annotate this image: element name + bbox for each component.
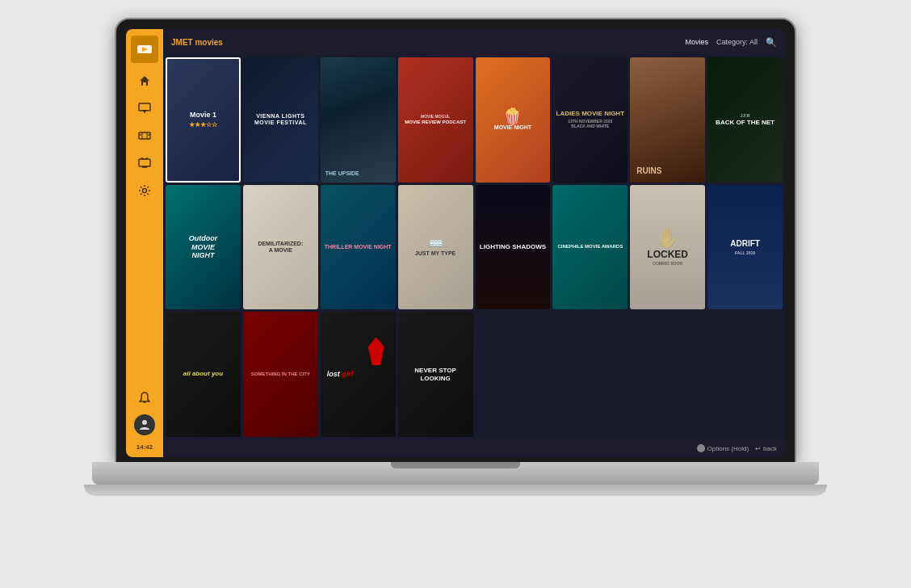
movie-card-adrift[interactable]: ADRIFT FALL 2019 [707,185,783,310]
movie-title: Movie 1 [190,111,216,120]
movie-card-movie1[interactable]: Movie 1 ★★★☆☆ [166,57,241,183]
movie-card-thriller[interactable]: THRILLER MOVIE NIGHT [321,185,396,310]
monitor-icon [138,103,151,114]
movie-title: MOVIE NIGHT [494,124,531,131]
header: JMET movies Movies Category: All 🔍 [163,29,785,55]
movie-card-ladies[interactable]: LADIES MOVIE NIGHT 13TH NOVEMBER 2020 BL… [552,57,628,183]
movie-card-demil[interactable]: DEMILITARIZED: A MOVIE [243,185,318,310]
movie-title: DEMILITARIZED: [258,241,303,247]
movie-title: LOCKED [647,250,688,260]
movie-card-justtype[interactable]: ⌨️ JUST MY TYPE [398,185,473,310]
movie-card-vienna[interactable]: VIENNA LIGHTS MOVIE FESTIVAL [243,57,318,183]
main-content: JMET movies Movies Category: All 🔍 Movi [163,29,785,457]
movie-card-something[interactable]: SOMETHING IN THE CITY [243,312,318,437]
movie-subtitle: BLACK AND WHITE [571,124,609,129]
header-title: JMET movies [171,38,223,47]
movie-title: all about you [183,370,223,378]
movie-card-outdoor[interactable]: Outdoor MOVIE NIGHT [166,185,241,310]
movie-title: ADRIFT [730,239,760,249]
movie-title: THE UPSIDE [325,170,359,177]
movie-subtitle: MOVIE MOGUL [421,114,450,119]
movie-stars: ★★★☆☆ [189,121,217,129]
laptop-screen-bezel: 14:42 JMET movies Movies Category: All 🔍 [126,29,785,457]
bottom-bar: Options (Hold) ↩ back [163,439,785,457]
back-icon: ↩ [755,445,761,452]
movie-card-locked[interactable]: ✋ LOCKED COMING SOON [630,185,705,310]
laptop-bottom [84,485,827,496]
movie-title-line3: NIGHT [191,251,214,260]
movie-title: MOVIE REVIEW PODCAST [405,120,466,125]
settings-icon [138,184,151,197]
tv-icon [138,158,151,169]
sidebar: 14:42 [126,29,163,457]
options-button[interactable]: Options (Hold) [697,444,749,452]
search-icon[interactable]: 🔍 [766,37,777,48]
movie-title: BACK OF THE NET [716,119,775,127]
sidebar-item-bell[interactable] [133,387,156,410]
logo-icon [136,40,153,58]
movie-title: THRILLER MOVIE NIGHT [325,243,392,250]
laptop-screen-outer: 14:42 JMET movies Movies Category: All 🔍 [116,19,795,462]
movie-card-mogul[interactable]: MOVIE MOGUL MOVIE REVIEW PODCAST [398,57,473,183]
sidebar-item-film[interactable] [133,124,156,147]
movie-title: lost girl [327,370,354,379]
movie-card-upside[interactable]: THE UPSIDE [321,57,396,183]
movie-date: FALL 2019 [735,250,755,255]
movie-title-line1: Outdoor [189,234,218,243]
movie-card-neverstop[interactable]: NEVER STOP LOOKING [398,312,473,437]
sidebar-logo[interactable] [131,36,158,63]
sidebar-time: 14:42 [136,443,153,451]
movie-subtitle: J.F.R [741,113,750,118]
bell-icon [139,392,150,405]
movie-sub: COMING SOON [653,262,682,267]
laptop-wrapper: 14:42 JMET movies Movies Category: All 🔍 [92,19,819,569]
header-nav: Movies Category: All 🔍 [685,37,777,48]
user-icon [138,418,151,431]
svg-point-17 [142,420,147,425]
svg-point-15 [143,189,147,193]
sidebar-item-settings[interactable] [133,179,156,202]
movie-grid: Movie 1 ★★★☆☆ VIENNA LIGHTS MOVIE FESTIV… [163,55,785,439]
svg-rect-10 [139,159,150,166]
svg-rect-8 [140,134,141,136]
movie-title: LADIES MOVIE NIGHT [556,111,624,118]
movie-card-allabt[interactable]: all about you [166,312,241,437]
nav-movies[interactable]: Movies [685,38,708,46]
svg-rect-2 [139,103,150,111]
movie-card-ruins[interactable]: RUINS [630,57,705,183]
sidebar-item-user[interactable] [134,414,155,435]
back-label: back [763,445,777,452]
options-label: Options (Hold) [707,445,749,452]
movie-title: SOMETHING IN THE CITY [251,372,310,378]
sidebar-item-home[interactable] [133,69,156,92]
movie-title: JUST MY TYPE [415,250,456,257]
nav-category[interactable]: Category: All [716,38,758,46]
sidebar-item-monitor[interactable] [133,97,156,120]
options-icon [697,444,705,452]
movie-title: VIENNA LIGHTS MOVIE FESTIVAL [246,113,315,127]
app-container: 14:42 JMET movies Movies Category: All 🔍 [126,29,785,457]
back-button[interactable]: ↩ back [755,445,777,452]
laptop-base [92,462,819,485]
svg-rect-9 [148,134,149,136]
movie-title: RUINS [636,166,661,176]
film-icon [138,129,151,142]
movie-subtitle: A MOVIE [269,247,292,254]
movie-card-backofnet[interactable]: J.F.R BACK OF THE NET [707,57,783,183]
movie-card-lostgirl[interactable]: lost girl [321,312,396,437]
movie-title-line2: MOVIE [191,243,215,252]
movie-title: CINEPHILE MOVIE AWARDS [557,244,623,250]
movie-title: LIGHTING SHADOWS [480,243,546,251]
movie-card-lighting[interactable]: LIGHTING SHADOWS [476,185,551,310]
sidebar-item-tv[interactable] [133,152,156,174]
movie-title: NEVER STOP LOOKING [401,367,470,382]
movie-card-cinephile[interactable]: CINEPHILE MOVIE AWARDS [552,185,628,310]
movie-card-movienight[interactable]: 🍿 MOVIE NIGHT [476,57,551,183]
home-icon [138,74,151,87]
